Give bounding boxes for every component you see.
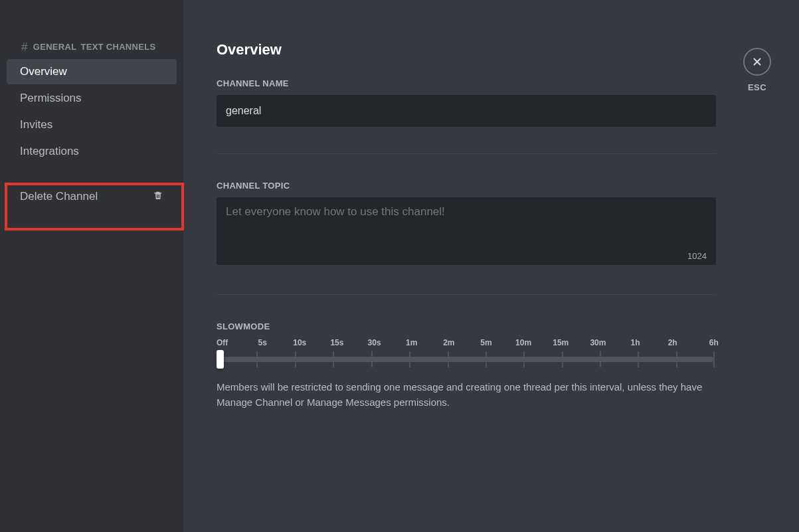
slider-handle[interactable]: [217, 350, 224, 369]
tick-label: 1h: [627, 338, 644, 347]
slowmode-slider-region: Off 5s 10s 15s 30s 1m 2m 5m 10m 15m 30m …: [217, 338, 719, 410]
channel-name-label: CHANNEL NAME: [217, 78, 763, 88]
tick-label: 1m: [403, 338, 420, 347]
sidebar-item-overview[interactable]: Overview: [7, 59, 177, 84]
sidebar-item-label: Overview: [20, 65, 67, 78]
sidebar-delete-label: Delete Channel: [20, 190, 98, 203]
tick-label: 6h: [701, 338, 719, 347]
sidebar-item-label: Integrations: [20, 145, 79, 158]
slowmode-slider[interactable]: [217, 351, 716, 367]
divider: [217, 153, 716, 154]
sidebar-category-name: TEXT CHANNELS: [80, 42, 155, 52]
close-esc-label: ESC: [748, 82, 766, 92]
tick-label: 15s: [328, 338, 345, 347]
tick-label: 10m: [515, 338, 532, 347]
tick-label: 15m: [552, 338, 569, 347]
slider-tick: [713, 351, 715, 367]
close-icon: [743, 48, 771, 76]
slider-tick: [600, 351, 601, 367]
sidebar-item-label: Permissions: [20, 92, 82, 105]
sidebar-item-invites[interactable]: Invites: [7, 112, 177, 137]
channel-topic-label: CHANNEL TOPIC: [217, 181, 763, 191]
char-count: 1024: [687, 251, 707, 261]
slider-tick: [295, 351, 296, 367]
sidebar-item-permissions[interactable]: Permissions: [7, 86, 177, 111]
sidebar-delete-channel[interactable]: Delete Channel: [7, 184, 177, 209]
tick-label: 10s: [291, 338, 308, 347]
channel-name-input[interactable]: [217, 95, 716, 127]
slider-tick: [333, 351, 334, 367]
sidebar: # GENERAL TEXT CHANNELS Overview Permiss…: [0, 0, 183, 532]
tick-label: 5m: [478, 338, 495, 347]
sidebar-channel-name: GENERAL: [33, 42, 77, 52]
slider-tick: [523, 351, 525, 367]
slowmode-tick-labels: Off 5s 10s 15s 30s 1m 2m 5m 10m 15m 30m …: [217, 338, 719, 347]
hash-icon: #: [21, 41, 28, 52]
sidebar-item-integrations[interactable]: Integrations: [7, 139, 177, 164]
slider-tick: [409, 351, 410, 367]
close-button[interactable]: ESC: [743, 48, 771, 92]
main-content: ESC Overview CHANNEL NAME CHANNEL TOPIC …: [183, 0, 799, 532]
slowmode-label: SLOWMODE: [217, 321, 763, 331]
tick-label: 30m: [589, 338, 606, 347]
slider-tick: [256, 351, 258, 367]
tick-label: 2m: [440, 338, 458, 347]
slider-tick: [562, 351, 563, 367]
slider-bar: [219, 357, 714, 362]
sidebar-item-label: Invites: [20, 118, 52, 132]
sidebar-header: # GENERAL TEXT CHANNELS: [0, 41, 183, 52]
slider-tick: [371, 351, 373, 367]
slider-tick: [638, 351, 639, 367]
page-title: Overview: [217, 41, 763, 58]
tick-label: 30s: [366, 338, 383, 347]
tick-label: Off: [217, 338, 234, 347]
slider-tick: [676, 351, 677, 367]
slider-tick: [448, 351, 449, 367]
channel-topic-input[interactable]: [217, 197, 716, 265]
slowmode-description: Members will be restricted to sending on…: [217, 379, 716, 410]
slider-tick: [486, 351, 487, 367]
tick-label: 2h: [664, 338, 681, 347]
tick-label: 5s: [254, 338, 271, 347]
trash-icon: [153, 190, 163, 204]
divider: [217, 294, 716, 295]
